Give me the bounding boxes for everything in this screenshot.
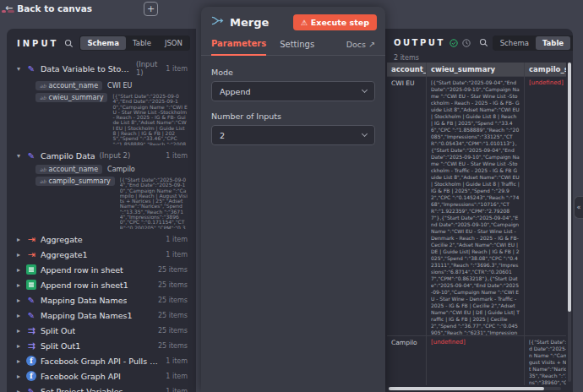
assistant-flyout-tab[interactable]: « [574,196,583,219]
field-value: CWI EU [107,81,132,90]
input-item-count: 1 item [166,65,188,73]
input-tab-table[interactable]: Table [126,36,158,50]
input-item-label: Data Variable to Store Data [41,64,132,74]
node-title: Merge [230,16,287,29]
input-item-mapping-data-names[interactable]: ▸ ✎ Mapping Data Names 25 items [7,292,196,308]
input-tab-json[interactable]: JSON [158,36,189,50]
input-item-data-variable[interactable]: ▾ ✎ Data Variable to Store Data (Input 1… [7,57,196,79]
facebook-icon: f [26,356,36,366]
mode-label: Mode [211,68,375,77]
chevron-right-icon[interactable]: ▸ [15,236,22,243]
input-item-set-project-variables[interactable]: ▸ ✎ Set Project Variables 1 item [7,384,196,392]
number-of-inputs-label: Number of Inputs [211,112,375,121]
column-header-account-name: account_name [387,63,426,76]
cell-cwieu-summary-undefined: [undefined] [426,336,524,385]
output-tab-schema[interactable]: Schema [493,36,536,50]
cell-cwieu-summary: [{"Start Date":"2025-09-04","End Date":"… [426,77,524,335]
facebook-icon: f [26,371,36,381]
search-icon[interactable] [479,38,488,47]
input-item-aggregate1[interactable]: ▸ ⇥ Aggregate1 1 item [7,247,196,262]
input-item-facebook-graph-api-pulls[interactable]: ▸ f Facebook Graph API - Pulls Metrics f… [7,353,196,368]
chevron-right-icon[interactable]: ▸ [15,388,22,392]
cell-campilo-summary: [{"Start Date":"2025-09-04","End Date":"… [524,336,566,385]
string-type-icon: ab [40,166,46,172]
node-detail-panel: Merge ⚠ Execute step Parameters Settings… [201,7,385,392]
field-chip-cwieu-summary[interactable]: abcwieu_summary [35,93,107,102]
merge-node-icon [211,14,224,30]
field-chip-account-name[interactable]: abaccount_name [35,165,102,174]
chevron-right-icon[interactable]: ▸ [15,357,22,365]
field-value: Campilo [107,165,135,173]
chevron-right-icon[interactable]: ▸ [15,297,22,304]
cell-account-name: CWI EU [387,77,426,335]
input-view-tabs: Schema Table JSON [79,35,190,51]
chevron-right-icon[interactable]: ▸ [15,373,22,380]
chevron-down-icon[interactable]: ▾ [15,152,22,160]
run-time-clock-icon [462,35,471,51]
chevron-left-icon: « [577,204,581,211]
docs-link[interactable]: Docs ↗ [346,40,375,55]
string-type-icon: ab [40,95,46,101]
input-item-mapping-data-names1[interactable]: ▸ ✎ Mapping Data Names1 25 items [7,308,196,323]
field-value-json: [{"Start Date":"2025-09-04","End Date":"… [112,93,188,145]
input-item-facebook-graph-api[interactable]: ▸ f Facebook Graph API 1 item [7,368,196,384]
input-item-split-out1[interactable]: ▸ ⇉ Split Out1 25 items [7,338,196,353]
string-type-icon: ab [40,178,46,184]
input-item-aggregate[interactable]: ▸ ⇥ Aggregate 1 item [7,231,196,247]
tab-settings[interactable]: Settings [280,40,314,55]
execute-step-button[interactable]: ⚠ Execute step [293,14,377,30]
chevron-right-icon[interactable]: ▸ [15,312,22,319]
warning-triangle-icon: ⚠ [301,19,308,27]
chevron-down-icon [362,87,368,93]
field-value-json: [{"Start Date":"2025-09-04","End Date":"… [120,177,188,229]
input-item-sub: (Input 1) [136,60,161,77]
vertical-scrollbar[interactable] [568,63,571,382]
horizontal-scrollbar[interactable] [389,387,561,390]
google-sheets-icon [26,264,36,275]
output-tab-json[interactable]: JSON [570,36,573,50]
edit-fields-node-icon: ✎ [26,150,36,161]
number-of-inputs-select[interactable]: 2 [211,125,375,145]
input-panel: INPUT Schema Table JSON ▾ ✎ Data Variabl… [7,29,196,392]
edit-fields-node-icon: ✎ [26,386,36,392]
canvas-node-peek [2,10,24,15]
table-row: Campilo [undefined] [{"Start Date":"2025… [387,336,566,385]
chevron-right-icon[interactable]: ▸ [15,342,22,350]
table-row: CWI EU [{"Start Date":"2025-09-04","End … [387,77,566,336]
input-item-append-row-in-sheet1[interactable]: ▸ Append row in sheet1 25 items [7,277,196,292]
chevron-down-icon[interactable]: ▾ [15,65,22,73]
input-tab-schema[interactable]: Schema [80,36,126,50]
field-chip-account-name[interactable]: abaccount_name [35,81,102,90]
tab-parameters[interactable]: Parameters [211,39,266,56]
external-link-icon: ↗ [368,40,375,49]
chevron-right-icon[interactable]: ▸ [15,251,22,259]
search-icon[interactable] [64,39,74,48]
chevron-right-icon[interactable]: ▸ [15,281,22,289]
chevron-right-icon[interactable]: ▸ [15,266,22,274]
input-item-label: Campilo Data [41,151,95,161]
field-chip-campilo-summary[interactable]: abcampilo_summary [35,177,115,186]
success-check-icon [450,35,458,51]
split-out-node-icon: ⇉ [26,325,36,335]
cell-campilo-summary-undefined: [undefined] [524,77,566,335]
edit-fields-node-icon: ✎ [26,310,36,320]
output-view-tabs: Schema Table JSON [493,35,573,51]
input-item-split-out[interactable]: ▸ ⇉ Split Out 25 items [7,323,196,338]
string-type-icon: ab [40,83,46,89]
plus-button[interactable]: + [144,2,158,16]
input-schema-tree: ▾ ✎ Data Variable to Store Data (Input 1… [7,56,196,392]
column-header-campilo-summary: campilo_summary [524,63,566,76]
input-item-campilo-data[interactable]: ▾ ✎ Campilo Data (Input 2) 1 item [7,148,196,163]
output-tab-table[interactable]: Table [536,36,570,50]
split-out-node-icon: ⇉ [26,340,36,351]
column-header-cwieu-summary: cwieu_summary [426,63,524,76]
aggregate-node-icon: ⇥ [26,234,36,244]
input-item-append-row-in-sheet[interactable]: ▸ Append row in sheet 25 items [7,262,196,277]
edit-fields-node-icon: ✎ [26,295,36,305]
output-panel-title: OUTPUT [394,38,445,47]
chevron-right-icon[interactable]: ▸ [15,327,22,335]
input-panel-title: INPUT [17,39,58,48]
aggregate-node-icon: ⇥ [26,249,36,259]
back-to-canvas-label: Back to canvas [17,3,92,14]
mode-select[interactable]: Append [211,81,375,101]
